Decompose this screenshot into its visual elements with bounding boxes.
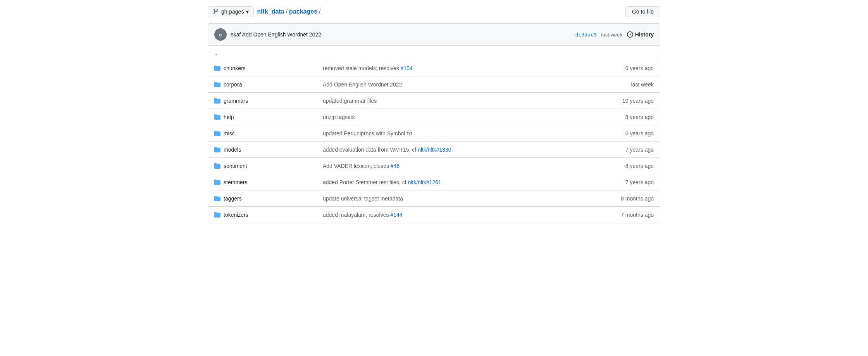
breadcrumb-nltk-data[interactable]: nltk_data [257,8,284,15]
commit-bar-right: dc3dac9 last week History [575,31,654,38]
commit-msg-link[interactable]: #104 [401,65,413,71]
file-name-cell: taggers [214,195,323,202]
timestamp-cell: 6 years ago [592,130,654,137]
file-name-cell: misc [214,130,323,137]
file-name-link[interactable]: grammars [224,98,248,104]
commit-message: ekaf Add Open English Wordnet 2022 [231,31,321,38]
branch-label: gh-pages [221,9,244,15]
parent-dir-link[interactable]: .. [214,50,217,56]
commit-message-cell: updated grammar files [323,98,592,104]
timestamp-cell: 7 months ago [592,212,654,218]
folder-icon [214,65,220,71]
folder-icon [214,163,220,169]
table-row: corporaAdd Open English Wordnet 2022last… [208,76,660,93]
file-name-cell: sentiment [214,163,323,169]
breadcrumb: nltk_data / packages / [257,8,320,15]
avatar: e [214,28,227,41]
folder-icon [214,195,220,202]
folder-icon [214,98,220,104]
commit-message-cell: updated Perluniprops with Symbol.txt [323,130,592,137]
folder-icon [214,130,220,137]
table-row: miscupdated Perluniprops with Symbol.txt… [208,125,660,142]
file-name-link[interactable]: corpora [224,81,242,88]
timestamp-cell: 6 years ago [592,65,654,71]
file-rows-container: chunkersremoved stale models; resolves #… [208,60,660,223]
timestamp-cell: 10 years ago [592,98,654,104]
file-name-link[interactable]: sentiment [224,163,247,169]
folder-icon [214,179,220,185]
commit-msg-link[interactable]: #46 [391,163,400,169]
file-name-link[interactable]: stemmers [224,179,247,185]
folder-icon [214,114,220,120]
history-label: History [635,31,654,38]
breadcrumb-sep-1: / [286,8,288,15]
commit-bar: e ekaf Add Open English Wordnet 2022 dc3… [208,24,660,46]
timestamp-cell: 7 years ago [592,179,654,185]
history-link[interactable]: History [627,31,654,38]
file-browser: e ekaf Add Open English Wordnet 2022 dc3… [208,23,660,223]
parent-dir-row: .. [208,46,660,60]
commit-message-cell: removed stale models; resolves #104 [323,65,592,71]
table-row: grammarsupdated grammar files10 years ag… [208,93,660,109]
file-name-cell: help [214,114,323,120]
file-name-cell: chunkers [214,65,323,71]
file-name-cell: corpora [214,81,323,88]
file-name-cell: grammars [214,98,323,104]
timestamp-cell: 8 months ago [592,195,654,202]
folder-icon [214,212,220,218]
go-to-file-button[interactable]: Go to file [625,6,660,17]
timestamp-cell: 7 years ago [592,147,654,153]
file-name-link[interactable]: tokenizers [224,212,248,218]
commit-message-cell: unzip tagsets [323,114,592,120]
commit-msg-link[interactable]: nltk/nltk#1261 [408,179,441,185]
table-row: sentimentAdd VADER lexicon, closes #468 … [208,158,660,174]
file-name-link[interactable]: misc [224,130,235,137]
breadcrumb-sep-2: / [319,8,320,15]
commit-message-cell: Add Open English Wordnet 2022 [323,81,592,88]
file-name-cell: tokenizers [214,212,323,218]
file-name-link[interactable]: taggers [224,195,242,202]
file-name-link[interactable]: models [224,147,241,153]
table-row: modelsadded evaluation data from WMT15, … [208,142,660,158]
folder-icon [214,81,220,88]
file-name-cell: models [214,147,323,153]
branch-chevron: ▾ [246,9,249,15]
table-row: tokenizersadded malayalam, resolves #144… [208,207,660,223]
branch-selector[interactable]: gh-pages ▾ [208,6,254,17]
commit-message-cell: added Porter Stemmer test files, cf nltk… [323,179,592,185]
timestamp-cell: 8 years ago [592,114,654,120]
file-name-link[interactable]: chunkers [224,65,246,71]
commit-message-cell: Add VADER lexicon, closes #46 [323,163,592,169]
table-row: taggersupdate universal tagset metadata8… [208,190,660,207]
commit-message-cell: added evaluation data from WMT15, cf nlt… [323,147,592,153]
commit-bar-left: e ekaf Add Open English Wordnet 2022 [214,28,321,41]
table-row: chunkersremoved stale models; resolves #… [208,60,660,76]
table-row: stemmersadded Porter Stemmer test files,… [208,174,660,190]
file-name-cell: stemmers [214,179,323,185]
commit-message-cell: added malayalam, resolves #144 [323,212,592,218]
breadcrumb-packages[interactable]: packages [289,8,317,15]
commit-message-cell: update universal tagset metadata [323,195,592,202]
avatar-initial: e [219,32,222,38]
commit-time: last week [601,32,622,38]
commit-msg-link[interactable]: nltk/nltk#1330 [418,147,451,153]
folder-icon [214,147,220,153]
git-branch-icon [213,9,219,15]
file-name-link[interactable]: help [224,114,234,120]
top-bar: gh-pages ▾ nltk_data / packages / Go to … [208,6,660,17]
timestamp-cell: last week [592,81,654,88]
commit-msg-link[interactable]: #144 [390,212,402,218]
table-row: helpunzip tagsets8 years ago [208,109,660,125]
top-bar-left: gh-pages ▾ nltk_data / packages / [208,6,320,17]
timestamp-cell: 8 years ago [592,163,654,169]
clock-icon [627,31,633,38]
commit-hash-link[interactable]: dc3dac9 [575,32,597,38]
